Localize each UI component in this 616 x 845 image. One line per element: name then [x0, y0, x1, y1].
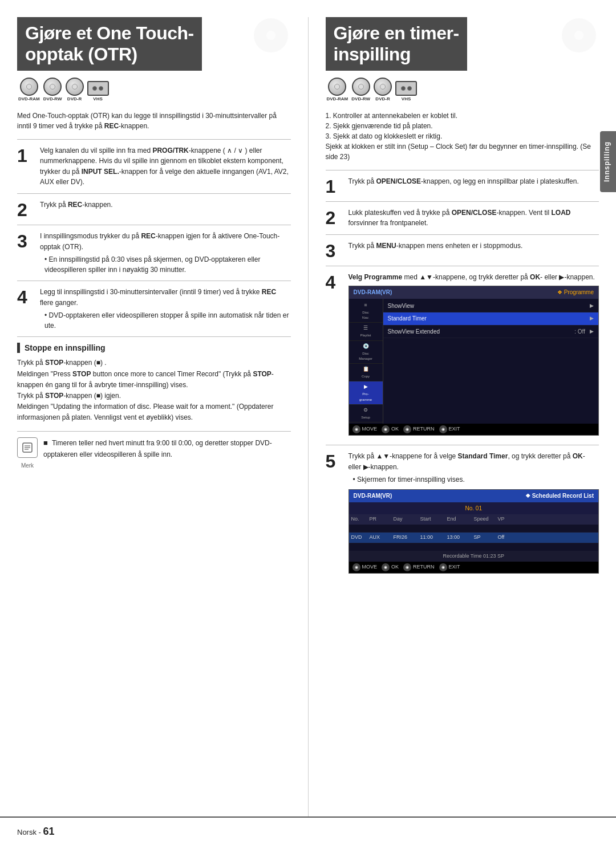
- sched-cols: No. PR Day Start End Speed VP: [349, 514, 599, 525]
- bottom-bar: Norsk - 61: [0, 816, 616, 845]
- step-5-bullet-1: Skjermen for timer-innspilling vises.: [353, 474, 599, 485]
- sched-footer-return: ◉ RETURN: [403, 563, 435, 571]
- screen-footer: ◉ MOVE ◉ OK ◉ RETURN: [349, 424, 599, 435]
- svg-point-7: [574, 31, 583, 40]
- right-vhs-spool-left: [401, 86, 406, 91]
- step-1: 1 Velg kanalen du vil spille inn fra med…: [17, 139, 291, 193]
- right-title-line2: inspilling: [334, 44, 411, 64]
- right-disc-icon-dvd-r: DVD-R: [374, 78, 392, 101]
- sched-footer: ◉ MOVE ◉ OK ◉ RETURN: [349, 562, 599, 573]
- disc-icon-dvd-r: DVD-R: [66, 78, 84, 101]
- right-step-1: 1 Trykk på OPEN/CLOSE-knappen, og legg e…: [326, 170, 599, 201]
- step-3: 3 I innspillingsmodus trykker du på REC-…: [17, 225, 291, 281]
- step-3-bullet-1: En innspillingstid på 0:30 vises på skje…: [44, 254, 291, 275]
- note-section: Merk ■ Timeren teller ned hvert minutt f…: [17, 431, 291, 474]
- sched-footer-exit: ◉ EXIT: [439, 563, 460, 571]
- sched-subheader: No. 01: [349, 502, 599, 515]
- disc-icon-dvd-rw: DVD-RW: [43, 78, 62, 101]
- right-tab: Innspilling: [600, 131, 616, 192]
- title-disc-decoration: [240, 17, 291, 54]
- vhs-spool-left: [92, 86, 97, 91]
- left-intro: Med One-Touch-opptak (OTR) kan du legge …: [17, 111, 291, 131]
- sched-screen: DVD-RAM(VR) ❖ Scheduled Record List No. …: [348, 489, 599, 574]
- right-step-3: 3 Trykk på MENU-knappen mens enheten er …: [326, 234, 599, 266]
- page: Gjøre et One Touch- opptak (OTR) DVD-RAM: [0, 0, 616, 845]
- sidebar-programme: ▶ Pro-gramme: [349, 381, 383, 405]
- sched-footer-ok: ◉ OK: [382, 563, 399, 571]
- sched-recordable: Recordable Time 01:23 SP: [349, 551, 599, 562]
- sched-row-empty-1: [349, 525, 599, 533]
- screen-row-showview-extended: ShowView Extended : Off ▶: [383, 326, 599, 339]
- right-title-block: Gjøre en timer- inspilling: [326, 17, 599, 71]
- right-step-4: 4 Velg Programme med ▲▼-knappene, og try…: [326, 266, 599, 445]
- note-content: ■ Timeren teller ned hvert minutt fra 9:…: [43, 437, 291, 460]
- disc-icon-vhs: VHS: [87, 81, 109, 101]
- right-dvd-rw-circle: [352, 78, 370, 96]
- screen-row-standard-timer: Standard Timer ▶: [383, 312, 599, 326]
- sched-header: DVD-RAM(VR) ❖ Scheduled Record List: [349, 490, 599, 502]
- right-intro: 1. Kontroller at antennekabelen er koble…: [326, 111, 599, 162]
- step-3-bullets: En innspillingstid på 0:30 vises på skje…: [40, 254, 291, 275]
- right-column: Gjøre en timer- inspilling DVD-RAM: [326, 17, 599, 816]
- footer-return: ◉ RETURN: [403, 425, 435, 433]
- sidebar-setup: ⚙ Setup: [349, 405, 383, 422]
- right-vhs-spool-right: [407, 86, 412, 91]
- footer-move: ◉ MOVE: [352, 425, 378, 433]
- footer-exit: ◉ EXIT: [439, 425, 460, 433]
- step-2: 2 Trykk på REC-knappen.: [17, 193, 291, 225]
- screen-row-showview: ShowView ▶: [383, 300, 599, 313]
- stop-body: Trykk på STOP-knappen (■) . Meldingen "P…: [17, 358, 291, 423]
- right-title-disc-decoration: [548, 17, 599, 54]
- step-5-bullets: Skjermen for timer-innspilling vises.: [348, 474, 599, 485]
- dvd-rw-circle: [43, 78, 62, 96]
- column-divider: [308, 17, 309, 816]
- right-disc-icon-dvd-rw: DVD-RW: [351, 78, 370, 101]
- left-column: Gjøre et One Touch- opptak (OTR) DVD-RAM: [17, 17, 291, 816]
- left-disc-icons: DVD-RAM DVD-RW DVD-R VHS: [17, 78, 291, 101]
- footer-ok: ◉ OK: [382, 425, 399, 433]
- sidebar-disc-manager: 💿 DiscManager: [349, 341, 383, 364]
- page-label-text: Norsk - 61: [17, 826, 55, 838]
- programme-screen: DVD-RAM(VR) ❖ Programme ≡ DiscNav.: [348, 286, 599, 436]
- sched-row-main: DVD AUX FRI26 11:00 13:00 SP Off: [349, 533, 599, 543]
- right-disc-icon-vhs: VHS: [395, 81, 417, 101]
- right-step-5: 5 Trykk på ▲▼-knappene for å velge Stand…: [326, 445, 599, 579]
- sidebar-copy: 📋 Copy: [349, 364, 383, 381]
- main-columns: Gjøre et One Touch- opptak (OTR) DVD-RAM: [0, 0, 616, 816]
- stop-title-bar: [17, 343, 20, 353]
- dvd-r-circle: [66, 78, 84, 96]
- right-step-2: 2 Lukk plateskuffen ved å trykke på OPEN…: [326, 201, 599, 234]
- vhs-rect: [87, 81, 109, 96]
- note-icon: [17, 437, 38, 458]
- page-number: 61: [43, 826, 55, 837]
- vhs-spool-right: [99, 86, 103, 91]
- right-dvd-ram-circle: [328, 78, 346, 96]
- screen-header: DVD-RAM(VR) ❖ Programme: [349, 286, 599, 299]
- dvd-ram-circle: [20, 78, 38, 96]
- left-title-line2: opptak (OTR): [25, 44, 137, 64]
- right-column-wrapper: Gjøre en timer- inspilling DVD-RAM: [326, 17, 599, 816]
- right-title-line1: Gjøre en timer-: [334, 23, 459, 43]
- screen-body: ≡ DiscNav. ☰ Playlist 💿: [349, 299, 599, 424]
- right-dvd-r-circle: [374, 78, 392, 96]
- stop-section: Stoppe en innspilling Trykk på STOP-knap…: [17, 336, 291, 429]
- step4-screen: DVD-RAM(VR) ❖ Programme ≡ DiscNav.: [348, 286, 599, 436]
- svg-point-1: [266, 31, 275, 40]
- left-title: Gjøre et One Touch- opptak (OTR): [17, 17, 202, 71]
- right-title: Gjøre en timer- inspilling: [326, 17, 467, 71]
- step-4: 4 Legg til innspillingstid i 30-minutter…: [17, 281, 291, 336]
- right-disc-icon-dvd-ram: DVD-RAM: [327, 78, 348, 101]
- note-label: Merk: [21, 462, 34, 469]
- left-title-line1: Gjøre et One Touch-: [25, 23, 194, 43]
- screen-main: ShowView ▶ Standard Timer ▶: [383, 299, 599, 424]
- right-vhs-rect: [395, 81, 417, 96]
- step5-screen: DVD-RAM(VR) ❖ Scheduled Record List No. …: [348, 489, 599, 574]
- disc-icon-dvd-ram: DVD-RAM: [18, 78, 40, 101]
- sidebar-playlist: ☰ Playlist: [349, 323, 383, 340]
- sidebar-disc-nav: ≡ DiscNav.: [349, 300, 383, 323]
- left-title-block: Gjøre et One Touch- opptak (OTR): [17, 17, 291, 71]
- step-4-bullets: DVD-opptakeren eller videospilleren stop…: [40, 310, 291, 331]
- screen-sidebar: ≡ DiscNav. ☰ Playlist 💿: [349, 299, 383, 424]
- right-disc-icons: DVD-RAM DVD-RW DVD-R: [326, 78, 599, 101]
- sched-row-empty-2: [349, 543, 599, 551]
